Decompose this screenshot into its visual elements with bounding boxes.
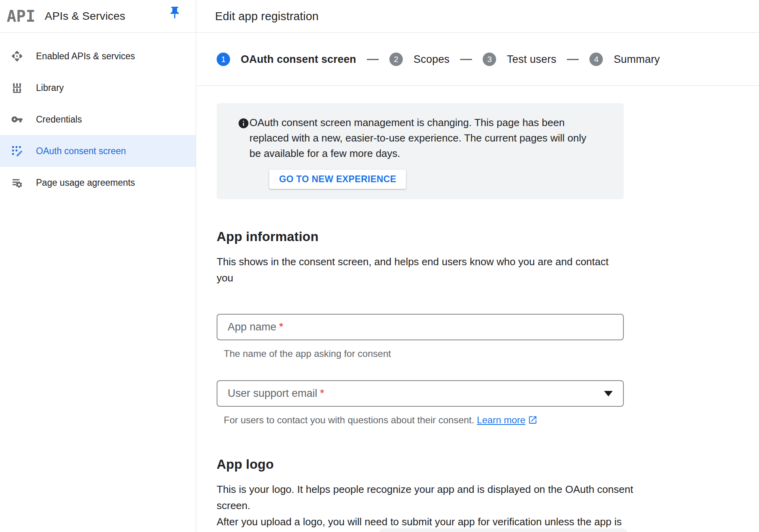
- sidebar-item-label: Enabled APIs & services: [36, 51, 135, 62]
- sidebar-item-label: OAuth consent screen: [36, 146, 126, 157]
- product-title: APIs & Services: [45, 10, 125, 23]
- key-icon: [11, 113, 23, 125]
- open-in-new-icon: [528, 415, 538, 425]
- step-number-badge: 3: [483, 53, 496, 66]
- step-connector: [367, 59, 379, 60]
- registration-stepper: 1 OAuth consent screen 2 Scopes 3 Test u…: [196, 33, 759, 86]
- sidebar-item-library[interactable]: Library: [0, 72, 196, 104]
- app-name-label: App name: [228, 321, 276, 333]
- step-connector: [567, 59, 579, 60]
- pin-button[interactable]: [167, 6, 182, 21]
- sidebar-item-oauth-consent-screen[interactable]: OAuth consent screen: [0, 135, 196, 167]
- app-name-input[interactable]: App name *: [217, 314, 624, 340]
- step-label: OAuth consent screen: [241, 53, 356, 66]
- step-label: Test users: [507, 53, 556, 66]
- user-support-email-label: User support email: [228, 387, 317, 400]
- pushpin-icon: [168, 15, 182, 21]
- step-connector: [460, 59, 472, 60]
- helper-text: For users to contact you with questions …: [224, 415, 474, 425]
- banner-message: OAuth consent screen management is chang…: [249, 115, 599, 161]
- step-number-badge: 4: [589, 53, 603, 66]
- user-support-email-helper: For users to contact you with questions …: [224, 413, 759, 427]
- form-content: OAuth consent screen management is chang…: [196, 86, 759, 532]
- step-oauth-consent-screen[interactable]: 1 OAuth consent screen: [217, 53, 356, 66]
- deprecation-banner: OAuth consent screen management is chang…: [217, 103, 624, 199]
- email-learn-more-link[interactable]: Learn more: [477, 415, 525, 425]
- dropdown-arrow-icon[interactable]: [604, 391, 613, 396]
- api-logo: API: [7, 7, 35, 25]
- app-name-helper: The name of the app asking for consent: [224, 347, 759, 360]
- sidebar-item-enabled-apis[interactable]: Enabled APIs & services: [0, 40, 196, 72]
- app-information-description: This shows in the consent screen, and he…: [217, 254, 624, 286]
- consent-icon: [11, 145, 23, 157]
- app-logo-description-line1: This is your logo. It helps people recog…: [217, 483, 633, 511]
- required-marker: *: [279, 321, 283, 333]
- product-header: API APIs & Services: [0, 0, 196, 32]
- go-to-new-experience-button[interactable]: GO TO NEW EXPERIENCE: [269, 170, 406, 189]
- library-icon: [11, 82, 23, 94]
- step-test-users[interactable]: 3 Test users: [483, 53, 556, 66]
- agreements-icon: [11, 177, 23, 189]
- sidebar-item-label: Library: [36, 83, 64, 93]
- step-label: Summary: [614, 53, 660, 66]
- main-content: 1 OAuth consent screen 2 Scopes 3 Test u…: [196, 33, 759, 532]
- step-label: Scopes: [413, 53, 449, 66]
- step-number-badge: 1: [217, 53, 230, 66]
- sidebar: Enabled APIs & services Library Credenti…: [0, 33, 196, 532]
- sidebar-item-label: Credentials: [36, 114, 82, 125]
- step-number-badge: 2: [389, 53, 403, 66]
- page-header: Edit app registration: [196, 0, 759, 32]
- user-support-email-select[interactable]: User support email *: [217, 380, 624, 407]
- required-marker: *: [320, 387, 325, 400]
- api-icon: [11, 50, 23, 62]
- step-scopes[interactable]: 2 Scopes: [389, 53, 449, 66]
- sidebar-item-credentials[interactable]: Credentials: [0, 104, 196, 135]
- app-logo-heading: App logo: [217, 457, 759, 472]
- page-title: Edit app registration: [215, 10, 319, 23]
- logo-upload-area-edge: [380, 528, 627, 532]
- sidebar-item-label: Page usage agreements: [36, 177, 135, 188]
- info-icon: [238, 117, 249, 129]
- top-bar: API APIs & Services Edit app registratio…: [0, 0, 759, 33]
- sidebar-item-page-usage-agreements[interactable]: Page usage agreements: [0, 167, 196, 198]
- step-summary[interactable]: 4 Summary: [589, 53, 660, 66]
- app-logo-description: This is your logo. It helps people recog…: [217, 481, 651, 532]
- app-information-heading: App information: [217, 229, 759, 244]
